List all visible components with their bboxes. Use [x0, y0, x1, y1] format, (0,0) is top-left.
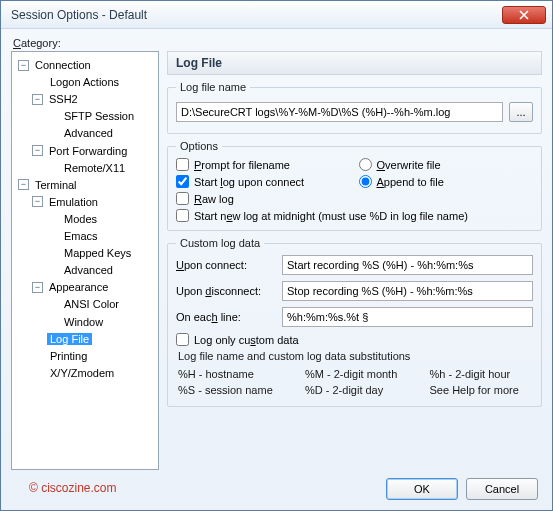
filename-legend: Log file name: [176, 81, 250, 93]
each-line-label: On each line:: [176, 311, 276, 323]
twisty-icon[interactable]: −: [32, 94, 43, 105]
options-group: Options Prompt for filename Overwrite fi…: [167, 140, 542, 231]
twisty-icon[interactable]: −: [18, 179, 29, 190]
custom-data-legend: Custom log data: [176, 237, 264, 249]
tree-remote-x11[interactable]: Remote/X11: [61, 162, 128, 174]
log-only-custom-checkbox[interactable]: Log only custom data: [176, 333, 533, 346]
tree-ssh2[interactable]: SSH2: [46, 93, 81, 105]
midnight-checkbox[interactable]: Start new log at midnight (must use %D i…: [176, 209, 533, 222]
close-icon: [519, 10, 529, 20]
upon-disconnect-label: Upon disconnect:: [176, 285, 276, 297]
log-filename-input[interactable]: [176, 102, 503, 122]
prompt-checkbox[interactable]: Prompt for filename: [176, 158, 351, 171]
ok-button[interactable]: OK: [386, 478, 458, 500]
twisty-icon[interactable]: −: [32, 196, 43, 207]
session-options-dialog: Session Options - Default Category: −Con…: [0, 0, 553, 511]
tree-emulation[interactable]: Emulation: [46, 196, 101, 208]
tree-sftp-session[interactable]: SFTP Session: [61, 110, 137, 122]
overwrite-radio[interactable]: Overwrite file: [359, 158, 534, 171]
titlebar[interactable]: Session Options - Default: [1, 1, 552, 29]
tree-modes[interactable]: Modes: [61, 213, 100, 225]
ellipsis-icon: ...: [516, 106, 525, 118]
tree-mapped-keys[interactable]: Mapped Keys: [61, 247, 134, 259]
append-radio[interactable]: Append to file: [359, 175, 534, 188]
browse-button[interactable]: ...: [509, 102, 533, 122]
upon-disconnect-input[interactable]: [282, 281, 533, 301]
tree-connection[interactable]: Connection: [32, 59, 94, 71]
tree-advanced[interactable]: Advanced: [61, 264, 116, 276]
category-tree[interactable]: −Connection Logon Actions −SSH2 SFTP Ses…: [11, 51, 159, 470]
tree-port-forwarding[interactable]: Port Forwarding: [46, 145, 130, 157]
tree-printing[interactable]: Printing: [47, 350, 90, 362]
options-legend: Options: [176, 140, 222, 152]
tree-appearance[interactable]: Appearance: [46, 281, 111, 293]
cancel-button[interactable]: Cancel: [466, 478, 538, 500]
tree-advanced[interactable]: Advanced: [61, 127, 116, 139]
category-label: Category:: [13, 37, 542, 49]
tree-log-file[interactable]: Log File: [47, 333, 92, 345]
tree-xyzmodem[interactable]: X/Y/Zmodem: [47, 367, 117, 379]
tree-window[interactable]: Window: [61, 316, 106, 328]
each-line-input[interactable]: [282, 307, 533, 327]
custom-data-group: Custom log data Upon connect: Upon disco…: [167, 237, 542, 407]
substitutions-help: Log file name and custom log data substi…: [176, 346, 533, 398]
window-title: Session Options - Default: [7, 8, 502, 22]
panel-heading: Log File: [167, 51, 542, 75]
watermark: © ciscozine.com: [29, 481, 117, 495]
start-on-connect-checkbox[interactable]: Start log upon connect: [176, 175, 351, 188]
twisty-icon[interactable]: −: [32, 282, 43, 293]
filename-group: Log file name ...: [167, 81, 542, 134]
tree-emacs[interactable]: Emacs: [61, 230, 101, 242]
tree-ansi-color[interactable]: ANSI Color: [61, 298, 122, 310]
tree-logon-actions[interactable]: Logon Actions: [47, 76, 122, 88]
close-button[interactable]: [502, 6, 546, 24]
raw-log-checkbox[interactable]: Raw log: [176, 192, 533, 205]
twisty-icon[interactable]: −: [32, 145, 43, 156]
settings-panel: Log File Log file name ... Options Promp…: [167, 51, 542, 470]
tree-terminal[interactable]: Terminal: [32, 179, 80, 191]
twisty-icon[interactable]: −: [18, 60, 29, 71]
upon-connect-label: Upon connect:: [176, 259, 276, 271]
upon-connect-input[interactable]: [282, 255, 533, 275]
